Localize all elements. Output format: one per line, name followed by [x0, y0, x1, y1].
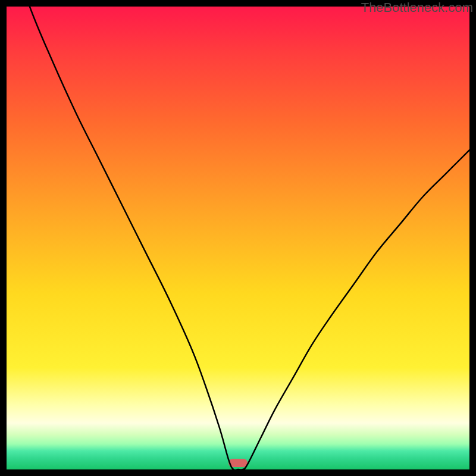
curve-path [7, 7, 469, 469]
attribution-label: TheBottleneck.com [361, 0, 473, 15]
chart-stage: TheBottleneck.com [0, 0, 476, 476]
plot-area [7, 7, 469, 469]
bottleneck-curve [7, 7, 469, 469]
